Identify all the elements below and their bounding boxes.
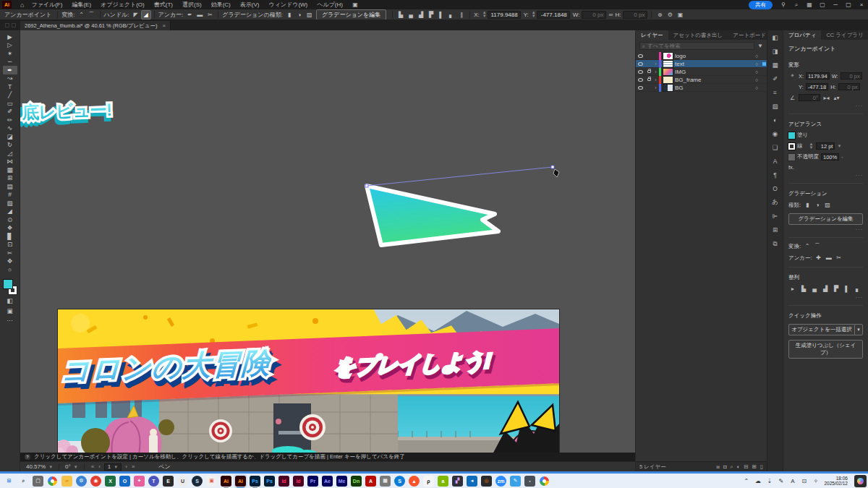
h-input[interactable]: 0 px [838,83,860,90]
layer-row[interactable]: ›BG_frame○ [636,76,767,84]
hand-tool[interactable]: ✥ [3,257,17,266]
collect-for-export-icon[interactable]: ⧈ [716,463,720,471]
creative-cloud-icon[interactable]: ◉ [90,476,101,487]
visibility-toggle[interactable] [636,54,645,58]
align-bottom-icon[interactable]: ▖ [447,11,456,19]
search-button[interactable]: ⌕ [18,476,29,487]
y-input[interactable]: -477.1848 [537,11,570,19]
stylus-icon[interactable]: ✎ [777,478,785,484]
align-panel-icon[interactable]: ⊫ [770,212,780,221]
transform-more-options[interactable]: ··· [788,103,863,108]
target-circle-icon[interactable]: ○ [752,61,761,67]
libraries-panel-icon[interactable]: ⧉ [770,239,780,248]
gradient-tool[interactable]: ▧ [3,199,17,207]
shape-builder-tool[interactable]: ⊞ [3,174,17,183]
color-guide-panel-icon[interactable]: ◨ [770,47,780,56]
menu-item[interactable]: 表示(V) [240,1,260,9]
angle-input[interactable]: 0° [799,94,820,101]
paintbrush-tool[interactable]: ✐ [3,108,17,116]
align-vcenter-icon[interactable]: ▌ [437,11,446,19]
photos-grid-icon[interactable]: ▣ [206,476,217,487]
w-input[interactable]: 0 px [841,72,862,80]
indesign-icon[interactable]: Id [278,476,289,487]
ubisoft-connect-icon[interactable]: U [177,476,188,487]
artboard-tool[interactable]: ⊡ [3,241,17,249]
layer-name[interactable]: text [675,61,752,67]
chrome-2-icon[interactable] [539,476,550,487]
expand-arrow-icon[interactable]: › [652,85,659,90]
display-icon[interactable]: ⊡ [800,478,808,484]
rotation-dropdown-icon[interactable]: ▼ [74,465,78,469]
edit-gradient-button[interactable]: グラデーションを編集 [788,213,863,225]
zoom-dropdown-icon[interactable]: ▼ [48,465,53,469]
minimize-button[interactable]: ─ [829,1,842,8]
skype-icon[interactable]: S [394,476,405,487]
selection-tool[interactable]: ▶ [3,33,17,41]
target-circle-icon[interactable]: ○ [752,85,761,90]
target-circle-icon[interactable]: ○ [752,69,761,74]
w-input[interactable]: 0 px [582,11,606,19]
document-setup-icon[interactable]: ▣ [350,1,360,8]
visibility-toggle[interactable] [636,86,645,90]
flip-horizontal-icon[interactable]: ▸◂ [822,95,830,101]
convert-to-corner-icon[interactable]: ⌃ [803,242,812,250]
mic-icon[interactable]: ⚲ [778,1,788,9]
appearance-panel-icon[interactable]: ◉ [770,129,780,138]
y-input[interactable]: -477.18 [806,83,828,90]
layers-search-input[interactable] [647,43,752,49]
zoom-icon[interactable]: zm [495,476,506,487]
menu-item[interactable]: 選択(S) [182,1,202,9]
edit-toolbar-icon[interactable]: ··· [3,317,17,325]
perspective-grid-tool[interactable]: ▤ [3,182,17,191]
share-button[interactable]: 共有 [749,1,773,9]
indesign-2-icon[interactable]: Id [293,476,304,487]
tray-chevron-icon[interactable]: ⌃ [742,478,750,484]
align-top-icon[interactable]: ▛ [832,285,841,293]
filter-icon[interactable]: ▼ [757,43,763,49]
select-similar-dropdown-icon[interactable]: ▼ [854,324,863,335]
copilot-button[interactable] [854,475,867,487]
gray-app-icon[interactable]: ▪ [524,476,535,487]
align-hcenter-icon[interactable]: ▄ [810,285,819,293]
lock-toggle[interactable] [645,78,652,81]
paragraph-panel-icon[interactable]: ¶ [770,171,780,179]
layer-name[interactable]: BG_frame [675,77,752,83]
layer-name[interactable]: IMG [675,69,752,75]
first-artboard-button[interactable]: « [91,463,94,470]
prev-artboard-button[interactable]: ‹ [98,463,101,470]
convert-to-corner-icon[interactable]: ⌃ [77,11,86,19]
opacity-input[interactable]: 100% [821,153,839,160]
expand-arrow-icon[interactable]: › [652,69,659,74]
convert-to-smooth-icon[interactable]: ⌒ [88,11,96,19]
freeform-gradient-icon[interactable]: ▨ [305,11,314,19]
embed-image-icon[interactable]: ▣ [676,11,684,19]
premiere-icon[interactable]: Pr [307,476,318,487]
brushes-panel-icon[interactable]: ✐ [770,74,780,83]
dimension-icon[interactable]: Dn [351,476,362,487]
tab-アートボード[interactable]: アートボード [728,30,771,40]
task-view-button[interactable]: ▢ [33,476,43,487]
photoshop-icon[interactable]: Ps [250,476,260,487]
layer-name[interactable]: logo [675,53,752,59]
brave-icon[interactable]: ▲ [409,476,420,487]
search-icon[interactable]: ⌕ [791,1,801,9]
teams-icon[interactable]: T [148,476,159,487]
align-bottom-icon[interactable]: ▖ [854,285,862,293]
green-a-app-icon[interactable]: a [438,476,448,487]
swatches-panel-icon[interactable]: ▦ [770,61,780,69]
layer-row[interactable]: logo○ [636,52,767,60]
zoom-tool[interactable]: ○ [3,265,17,274]
expand-arrow-icon[interactable]: › [652,61,659,67]
align-hcenter-icon[interactable]: ▄ [407,11,415,19]
taskbar-clock[interactable]: 18:06 2025/02/12 [824,476,848,486]
width-tool[interactable]: ⋈ [3,158,17,166]
stroke-swatch[interactable] [788,143,795,150]
outlook-icon[interactable]: O [119,476,130,487]
blender-icon[interactable]: ◎ [481,476,492,487]
photos-app-icon[interactable]: ✦ [134,476,145,487]
fill-stroke-swatches[interactable] [4,280,17,294]
tab-プロパティ[interactable]: プロパティ [783,30,821,40]
make-mask-icon[interactable]: ◐ [737,463,741,471]
shaper-tool[interactable]: ∿ [3,124,17,133]
freeform-gradient-icon[interactable]: ▨ [823,201,832,209]
